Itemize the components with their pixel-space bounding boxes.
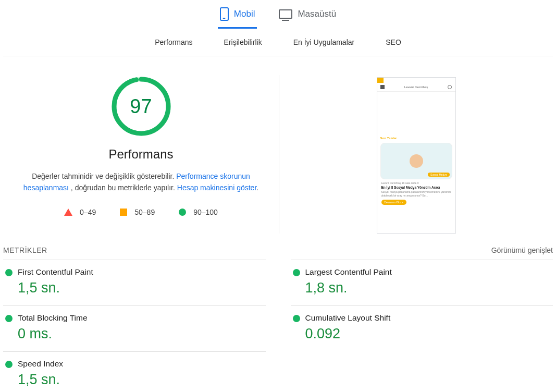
metric-fcp: First Contentful Paint 1,5 sn. <box>3 260 266 305</box>
gauge-score: 97 <box>110 75 172 138</box>
score-legend: 0–49 50–89 90–100 <box>64 208 218 216</box>
metrics-title: METRİKLER <box>3 246 47 254</box>
status-dot-icon <box>5 269 13 276</box>
metric-name: Cumulative Layout Shift <box>305 313 551 323</box>
triangle-icon <box>64 209 72 216</box>
preview-card: Sosyal Medya <box>380 143 452 179</box>
search-icon <box>448 85 452 89</box>
expand-view[interactable]: Görünümü genişlet <box>491 246 553 254</box>
metric-name: Total Blocking Time <box>18 313 264 323</box>
metric-value: 1,5 sn. <box>18 372 264 388</box>
metric-tbt: Total Blocking Time 0 ms. <box>3 305 266 351</box>
metric-value: 1,8 sn. <box>305 280 551 296</box>
tab-desktop[interactable]: Masaüstü <box>277 4 338 29</box>
status-dot-icon <box>293 269 300 276</box>
legend-avg-label: 50–89 <box>134 208 155 216</box>
metric-value: 0 ms. <box>18 326 264 342</box>
mobile-icon <box>220 7 229 21</box>
tab-mobile-label: Mobil <box>234 9 255 19</box>
metric-cls: Cumulative Layout Shift 0.092 <box>291 305 553 351</box>
metric-si: Speed Index 1,5 sn. <box>3 351 266 392</box>
desktop-icon <box>279 9 292 19</box>
preview-meta: Levent Demirbaş 16 saat önce 0 <box>377 180 455 186</box>
category-row: Performans Erişilebilirlik En İyi Uygula… <box>0 29 556 56</box>
desc-mid: , doğrudan bu metriklerle yapılır. <box>69 183 177 192</box>
gauge-title: Performans <box>108 147 173 162</box>
avatar-icon <box>410 154 423 168</box>
preview-button: Devamını Oku » <box>381 200 406 205</box>
metric-value: 1,5 sn. <box>18 280 264 296</box>
metric-name: First Contentful Paint <box>18 267 264 277</box>
preview-accent-bar <box>377 78 384 83</box>
legend-good: 90–100 <box>179 208 218 216</box>
preview-topbar: Levent Demirbaş <box>377 83 455 92</box>
desc-pre: Değerler tahminidir ve değişiklik göster… <box>32 172 176 180</box>
status-dot-icon <box>5 315 13 322</box>
circle-icon <box>179 209 186 216</box>
device-tabs: Mobil Masaüstü <box>0 0 556 29</box>
category-accessibility[interactable]: Erişilebilirlik <box>224 38 262 46</box>
tab-mobile[interactable]: Mobil <box>218 4 257 29</box>
category-seo[interactable]: SEO <box>386 38 401 46</box>
metrics-grid: First Contentful Paint 1,5 sn. Largest C… <box>0 260 556 392</box>
grid-icon <box>380 85 385 89</box>
legend-bad-label: 0–49 <box>80 208 96 216</box>
legend-bad: 0–49 <box>64 208 96 216</box>
desc-post: . <box>256 183 258 192</box>
square-icon <box>120 209 127 216</box>
status-dot-icon <box>5 361 13 368</box>
preview-body: Sosyal medya pazarlama çabalarınızı yöne… <box>377 189 455 198</box>
screenshot-panel: Levent Demirbaş Son Yazılar Sosyal Medya… <box>279 75 553 234</box>
category-best-practices[interactable]: En İyi Uygulamalar <box>293 38 355 46</box>
metric-name: Speed Index <box>18 359 264 369</box>
metric-lcp: Largest Contentful Paint 1,8 sn. <box>291 260 553 305</box>
preview-section: Son Yazılar <box>377 92 455 142</box>
legend-good-label: 90–100 <box>193 208 218 216</box>
performance-summary: 97 Performans Değerler tahminidir ve değ… <box>3 75 279 234</box>
preview-title: En İyi 8 Sosyal Medya Yönetim Aracı <box>377 186 455 189</box>
link-calculator[interactable]: Hesap makinesini göster <box>177 183 257 192</box>
tab-desktop-label: Masaüstü <box>298 9 336 19</box>
legend-avg: 50–89 <box>120 208 155 216</box>
status-dot-icon <box>293 315 300 322</box>
category-performance[interactable]: Performans <box>155 38 192 46</box>
page-screenshot: Levent Demirbaş Son Yazılar Sosyal Medya… <box>377 77 456 234</box>
performance-gauge: 97 <box>110 75 172 138</box>
performance-description: Değerler tahminidir ve değişiklik göster… <box>19 171 264 193</box>
preview-brand: Levent Demirbaş <box>404 85 428 89</box>
preview-badge: Sosyal Medya <box>428 173 449 177</box>
metric-name: Largest Contentful Paint <box>305 267 551 277</box>
metric-value: 0.092 <box>305 326 551 342</box>
